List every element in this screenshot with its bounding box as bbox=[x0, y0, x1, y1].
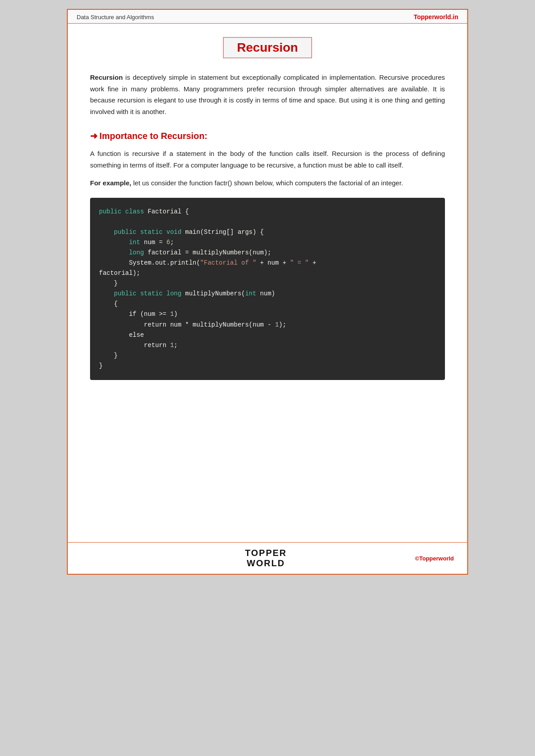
code-content: public class Factorial { public static v… bbox=[99, 207, 436, 372]
page-content: Recursion Recursion is deceptively simpl… bbox=[68, 24, 467, 398]
footer-logo: TOPPER WORLD bbox=[245, 548, 287, 568]
page-header: Data Structure and Algorithms Topperworl… bbox=[68, 10, 467, 24]
page-container: Data Structure and Algorithms Topperworl… bbox=[67, 9, 468, 575]
intro-text: is deceptively simple in statement but e… bbox=[90, 74, 445, 115]
intro-bold: Recursion bbox=[90, 74, 123, 81]
section1-paragraph1: A function is recursive if a statement i… bbox=[90, 148, 445, 171]
intro-paragraph: Recursion is deceptively simple in state… bbox=[90, 72, 445, 117]
section1-paragraph2: For example, let us consider the functio… bbox=[90, 177, 445, 189]
section1-heading-text: Importance to Recursion: bbox=[99, 131, 207, 141]
page-title-wrapper: Recursion bbox=[90, 37, 445, 58]
page-title: Recursion bbox=[223, 37, 313, 58]
code-block: public class Factorial { public static v… bbox=[90, 198, 445, 380]
footer-copyright: ©Topperworld bbox=[415, 555, 454, 562]
for-example-text: let us consider the function factr() sho… bbox=[132, 179, 403, 187]
header-brand: Topperworld.in bbox=[414, 13, 458, 20]
arrow-icon: ➜ bbox=[90, 131, 98, 141]
section1-heading: ➜Importance to Recursion: bbox=[90, 131, 445, 141]
footer-logo-top: TOPPER bbox=[245, 548, 287, 558]
footer-logo-bottom: WORLD bbox=[247, 558, 285, 568]
for-example-bold: For example, bbox=[90, 179, 132, 187]
header-title: Data Structure and Algorithms bbox=[77, 14, 154, 20]
page-footer: TOPPER WORLD ©Topperworld bbox=[68, 542, 467, 574]
